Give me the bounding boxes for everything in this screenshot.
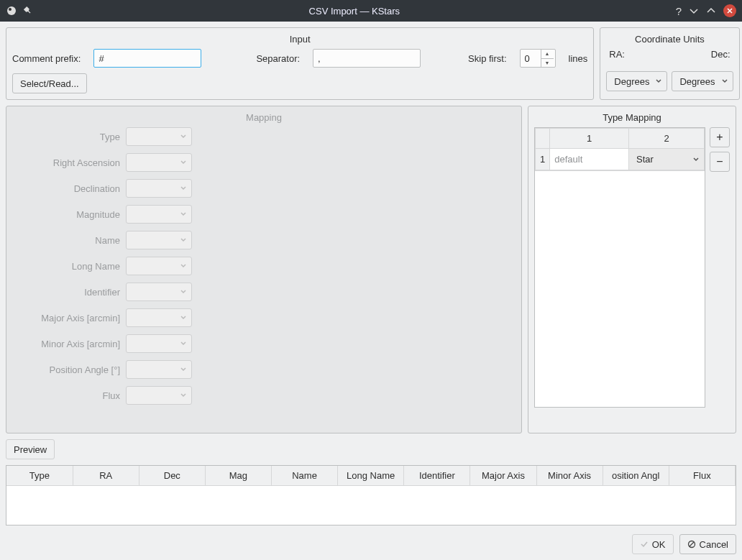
chevron-down-icon [180, 262, 187, 270]
mapping-dropdown [126, 257, 192, 275]
mapping-label: Name [12, 235, 120, 246]
chevron-down-icon [180, 392, 187, 399]
cancel-icon [687, 540, 696, 548]
chevron-down-icon [180, 288, 187, 295]
dec-units-dropdown[interactable]: Degrees [672, 71, 733, 91]
preview-column-header[interactable]: RA [73, 466, 139, 486]
separator-input[interactable] [313, 49, 421, 68]
type-mapping-group: Type Mapping 1 2 1 [528, 106, 736, 433]
mapping-dropdown [126, 179, 192, 198]
ok-button: OK [632, 534, 674, 554]
svg-point-1 [9, 8, 12, 11]
type-star-dropdown[interactable]: Star [629, 149, 704, 170]
mapping-dropdown [126, 205, 192, 224]
chevron-down-icon [180, 211, 187, 218]
chevron-down-icon [180, 314, 187, 321]
chevron-down-icon [180, 133, 187, 140]
preview-column-header[interactable]: Long Name [338, 466, 404, 486]
minimize-icon[interactable] [689, 6, 699, 16]
preview-column-header[interactable]: Type [6, 466, 73, 486]
mapping-label: Magnitude [12, 209, 120, 220]
input-title: Input [12, 32, 587, 49]
preview-column-header[interactable]: Name [272, 466, 338, 486]
preview-column-header[interactable]: Minor Axis [536, 466, 603, 486]
input-group: Input Comment prefix: Separator: Skip fi… [6, 27, 594, 100]
skip-first-label: Skip first: [468, 53, 506, 64]
chevron-down-icon [180, 366, 187, 373]
ra-units-dropdown[interactable]: Degrees [606, 71, 667, 91]
type-mapping-table: 1 2 1 Star [534, 127, 705, 408]
mapping-dropdown [126, 334, 192, 353]
mapping-group: Mapping TypeRight AscensionDeclinationMa… [6, 106, 522, 433]
mapping-label: Long Name [12, 261, 120, 272]
mapping-dropdown [126, 386, 192, 405]
mapping-label: Declination [12, 183, 120, 194]
mapping-label: Right Ascension [12, 157, 120, 168]
titlebar: CSV Import — KStars ? [0, 0, 742, 22]
mapping-label: Position Angle [°] [12, 364, 120, 375]
cancel-button[interactable]: Cancel [679, 534, 736, 554]
preview-column-header[interactable]: Flux [669, 466, 735, 486]
dec-label: Dec: [711, 49, 730, 60]
mapping-dropdown [126, 360, 192, 379]
preview-table: TypeRADecMagNameLong NameIdentifierMajor… [6, 465, 736, 525]
chevron-down-icon [180, 237, 187, 244]
spin-up-icon[interactable]: ▲ [541, 50, 554, 59]
type-mapping-title: Type Mapping [534, 111, 730, 127]
mapping-dropdown [126, 308, 192, 327]
preview-button: Preview [6, 439, 55, 459]
mapping-title: Mapping [12, 111, 516, 127]
mapping-dropdown [126, 153, 192, 172]
preview-column-header[interactable]: Identifier [404, 466, 470, 486]
chevron-down-icon [655, 78, 662, 85]
coord-title: Coordinate Units [606, 32, 733, 49]
mapping-label: Identifier [12, 287, 120, 298]
spin-down-icon[interactable]: ▼ [541, 59, 554, 68]
type-col-2[interactable]: 2 [629, 129, 705, 149]
check-icon [640, 540, 649, 548]
chevron-down-icon [180, 159, 187, 166]
chevron-down-icon [692, 156, 700, 163]
chevron-down-icon [721, 78, 728, 85]
add-type-button[interactable]: + [710, 127, 730, 147]
help-icon[interactable]: ? [676, 5, 682, 17]
mapping-dropdown [126, 283, 192, 301]
pin-icon[interactable] [23, 6, 33, 16]
preview-column-header[interactable]: Dec [139, 466, 205, 486]
preview-column-header[interactable]: osition Angl [603, 466, 669, 486]
preview-column-header[interactable]: Mag [205, 466, 271, 486]
type-default-input[interactable] [550, 150, 628, 168]
chevron-down-icon [180, 185, 187, 192]
mapping-dropdown [126, 231, 192, 249]
mapping-label: Major Axis [arcmin] [12, 313, 120, 323]
type-col-1[interactable]: 1 [550, 129, 629, 149]
separator-label: Separator: [256, 53, 300, 64]
chevron-down-icon [180, 340, 187, 347]
mapping-label: Flux [12, 390, 120, 401]
coordinate-units-group: Coordinate Units RA: Dec: Degrees Degree… [600, 27, 739, 100]
mapping-dropdown [126, 127, 192, 146]
skip-first-value[interactable] [521, 50, 541, 67]
skip-first-spinner[interactable]: ▲ ▼ [520, 49, 556, 68]
mapping-label: Type [12, 132, 120, 142]
preview-column-header[interactable]: Major Axis [470, 466, 536, 486]
comment-prefix-label: Comment prefix: [12, 53, 81, 64]
close-icon[interactable] [723, 4, 736, 17]
ra-label: RA: [609, 49, 625, 60]
mapping-label: Minor Axis [arcmin] [12, 339, 120, 349]
maximize-icon[interactable] [706, 6, 716, 16]
remove-type-button[interactable]: − [710, 152, 730, 172]
window-title: CSV Import — KStars [33, 6, 676, 17]
app-icon [6, 5, 17, 17]
select-read-button[interactable]: Select/Read... [12, 73, 87, 93]
comment-prefix-input[interactable] [93, 49, 201, 68]
type-row-1[interactable]: 1 [536, 149, 550, 170]
lines-label: lines [569, 53, 588, 64]
svg-point-0 [7, 6, 16, 15]
